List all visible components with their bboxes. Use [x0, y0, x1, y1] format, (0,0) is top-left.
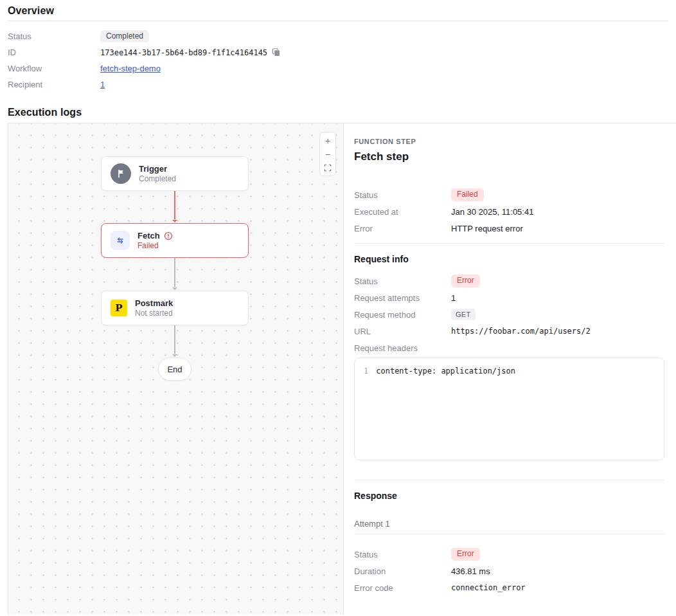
node-postmark[interactable]: P Postmark Not started — [101, 291, 249, 325]
step-title: Fetch step — [354, 150, 664, 163]
execution-logs-title: Execution logs — [8, 107, 668, 118]
status-label: Status — [354, 276, 451, 286]
id-label: ID — [8, 48, 100, 57]
executed-at-label: Executed at — [354, 207, 451, 217]
status-label: Status — [8, 32, 100, 41]
divider — [354, 480, 664, 480]
status-badge: Completed — [100, 30, 149, 43]
edge-fetch-postmark — [174, 258, 175, 287]
request-method-label: Request method — [354, 310, 451, 320]
duration-row: Duration 436.81 ms — [354, 563, 664, 579]
overview-fields: Status Completed ID 173ee144-3b17-5b64-b… — [8, 28, 668, 93]
request-status-badge: Error — [451, 275, 480, 287]
node-title: Fetch — [138, 231, 160, 240]
node-end: End — [158, 358, 191, 381]
request-headers-code-block[interactable]: 1 content-type: application/json — [354, 358, 664, 460]
fit-view-icon — [324, 164, 332, 172]
zoom-in-button[interactable]: + — [321, 134, 334, 147]
error-code-label: Error code — [354, 583, 451, 593]
node-fetch[interactable]: Fetch Failed — [101, 223, 249, 258]
node-status: Not started — [135, 309, 173, 318]
recipient-label: Recipient — [8, 80, 100, 89]
error-warning-icon — [164, 231, 173, 240]
divider — [354, 243, 664, 244]
postmark-logo-icon: P — [111, 300, 127, 316]
node-status: Completed — [139, 174, 176, 183]
request-method-badge: GET — [451, 309, 476, 320]
id-value: 173ee144-3b17-5b64-bd89-f1f1c4164145 — [100, 48, 267, 57]
step-status-badge: Failed — [451, 188, 484, 201]
error-code-row: Error code connection_error — [354, 579, 664, 596]
fit-view-button[interactable] — [321, 161, 334, 174]
step-status-row: Status Failed — [354, 186, 664, 203]
error-value: HTTP request error — [451, 224, 523, 233]
response-fields: Status Error Duration 436.81 ms Error co… — [354, 546, 664, 596]
overview-title: Overview — [8, 5, 668, 17]
code-line: 1 content-type: application/json — [364, 367, 655, 376]
workflow-canvas[interactable]: + − Trigger — [8, 123, 344, 615]
header-line-text: content-type: application/json — [376, 367, 515, 376]
workflow-label: Workflow — [8, 64, 100, 73]
overview-recipient-row: Recipient 1 — [8, 77, 668, 93]
node-text: Postmark Not started — [135, 298, 173, 318]
request-info-title: Request info — [354, 254, 664, 264]
error-code-value: connection_error — [451, 583, 526, 592]
error-label: Error — [354, 224, 451, 233]
edge-postmark-end — [174, 325, 175, 354]
execution-logs-container: + − Trigger — [8, 123, 676, 615]
node-text: Trigger Completed — [139, 164, 176, 183]
duration-value: 436.81 ms — [451, 566, 490, 576]
status-label: Status — [354, 190, 451, 200]
canvas-controls: + − — [319, 132, 336, 176]
overview-section: Overview Status Completed ID 173ee144-3b… — [0, 0, 676, 93]
response-status-badge: Error — [451, 548, 480, 561]
error-row: Error HTTP request error — [354, 220, 664, 237]
workflow-link[interactable]: fetch-step-demo — [100, 64, 161, 73]
duration-label: Duration — [354, 566, 451, 576]
line-number: 1 — [364, 367, 368, 376]
divider — [354, 534, 664, 534]
request-headers-label: Request headers — [354, 343, 451, 353]
zoom-out-button[interactable]: − — [321, 148, 334, 160]
execution-details-page: Overview Status Completed ID 173ee144-3b… — [0, 0, 676, 616]
response-title: Response — [354, 491, 664, 501]
overview-workflow-row: Workflow fetch-step-demo — [8, 60, 668, 77]
overview-status-row: Status Completed — [8, 28, 668, 44]
node-status: Failed — [138, 241, 173, 250]
overview-id-row: ID 173ee144-3b17-5b64-bd89-f1f1c4164145 — [8, 44, 668, 60]
request-method-row: Request method GET — [354, 306, 664, 323]
request-headers-row: Request headers — [354, 340, 664, 356]
node-title: Trigger — [139, 164, 167, 174]
request-attempts-label: Request attempts — [354, 293, 451, 303]
recipient-link[interactable]: 1 — [100, 80, 105, 89]
url-value: https://foobar.com/api/users/2 — [451, 327, 591, 336]
divider — [8, 21, 668, 21]
copy-icon — [272, 48, 280, 57]
status-label: Status — [354, 550, 451, 559]
trigger-flag-icon — [111, 163, 131, 184]
request-status-row: Status Error — [354, 273, 664, 289]
node-text: Fetch Failed — [138, 231, 173, 250]
edge-trigger-fetch — [174, 191, 175, 219]
node-title: Postmark — [135, 298, 173, 308]
swap-arrows-icon — [111, 231, 130, 250]
request-info-fields: Status Error Request attempts 1 Request … — [354, 273, 664, 356]
response-status-row: Status Error — [354, 546, 664, 563]
url-label: URL — [354, 327, 451, 336]
request-attempts-row: Request attempts 1 — [354, 289, 664, 306]
executed-at-row: Executed at Jan 30 2025, 11:05:41 — [354, 203, 664, 220]
step-detail-panel: FUNCTION STEP Fetch step Status Failed E… — [344, 123, 676, 615]
request-attempts-value: 1 — [451, 293, 456, 303]
step-type-kicker: FUNCTION STEP — [354, 138, 664, 145]
executed-at-value: Jan 30 2025, 11:05:41 — [451, 207, 533, 217]
copy-id-button[interactable] — [272, 48, 280, 57]
url-row: URL https://foobar.com/api/users/2 — [354, 323, 664, 340]
node-trigger[interactable]: Trigger Completed — [101, 156, 249, 191]
attempt-label: Attempt 1 — [354, 519, 664, 529]
step-summary: Status Failed Executed at Jan 30 2025, 1… — [354, 186, 664, 237]
